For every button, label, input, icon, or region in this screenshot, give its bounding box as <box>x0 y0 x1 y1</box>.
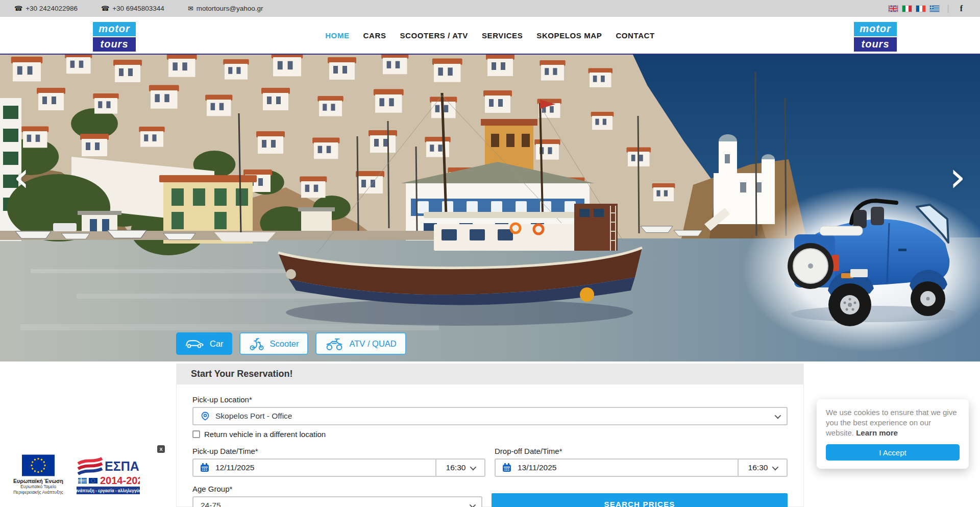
location-pin-icon <box>201 412 210 421</box>
hero-carousel: ‹ › <box>0 55 980 361</box>
calendar-icon <box>200 463 210 473</box>
email-address: motortours@yahoo.gr <box>197 5 263 12</box>
tab-label: ATV / QUAD <box>349 339 396 349</box>
return-different-checkbox[interactable] <box>192 430 200 438</box>
close-icon[interactable]: X <box>157 445 165 453</box>
dropoff-datetime-input: 13/11/2025 16:30 <box>495 458 788 477</box>
nav-item-services[interactable]: SERVICES <box>482 31 523 40</box>
dropoff-datetime-group: Drop-off Date/Time* 13/11/2025 <box>495 447 788 477</box>
tab-label: Car <box>210 339 224 349</box>
language-switcher: f <box>889 4 966 13</box>
funding-banner: X Ευρωπαϊκή Ένωση Ευρωπαϊκό Ταμείο Περιφ… <box>0 442 171 507</box>
tab-car[interactable]: Car <box>176 332 232 355</box>
espa-tagline: ανάπτυξη - εργασία - αλληλεγγύη <box>77 489 140 493</box>
reservation-panel: Start Your Reservation! Pick-up Location… <box>176 364 804 507</box>
flag-uk-icon[interactable] <box>889 6 898 12</box>
age-group-select[interactable]: 24-75 <box>192 496 482 507</box>
flag-france-icon[interactable] <box>916 6 925 12</box>
dropoff-time-value: 16:30 <box>748 463 768 472</box>
flag-italy-icon[interactable] <box>902 6 912 12</box>
phone-link-1[interactable]: ☎ +30 2424022986 <box>14 5 78 12</box>
phone-number-2: +30 6945803344 <box>112 5 164 12</box>
pickup-time-value: 16:30 <box>446 463 466 472</box>
cookie-message: We use cookies to ensure that we give yo… <box>826 407 960 438</box>
topbar-divider <box>948 5 948 13</box>
scooter-icon <box>249 337 264 351</box>
tab-scooter[interactable]: Scooter <box>239 332 309 355</box>
eu-title: Ευρωπαϊκή Ένωση <box>6 478 70 484</box>
dropoff-date-value: 13/11/2025 <box>518 463 556 472</box>
pickup-date-value: 12/11/2025 <box>215 463 254 472</box>
contact-group: ☎ +30 2424022986 ☎ +30 6945803344 ✉ moto… <box>14 5 263 12</box>
reservation-form: Pick-up Location* Skopelos Port - Office… <box>177 384 803 507</box>
main-menu: HOME CARS SCOOTERS / ATV SERVICES SKOPEL… <box>0 17 980 54</box>
page: ☎ +30 2424022986 ☎ +30 6945803344 ✉ moto… <box>0 0 980 507</box>
logo-text-tours: tours <box>854 37 897 52</box>
return-different-row: Return vehicle in a different location <box>192 430 788 439</box>
phone-icon: ☎ <box>101 5 109 12</box>
cookie-accept-button[interactable]: I Accept <box>826 444 960 461</box>
espa-years: 2014-2020 <box>100 475 140 486</box>
espa-logo: ΕΣΠΑ 2014-2020 ανάπτυξη - εργασία - αλλη… <box>77 455 140 497</box>
pickup-location-label: Pick-up Location* <box>192 395 788 404</box>
return-different-label: Return vehicle in a different location <box>204 430 326 439</box>
pickup-datetime-group: Pick-up Date/Time* 12/11/2025 <box>192 447 485 477</box>
reservation-title: Start Your Reservation! <box>177 364 803 384</box>
pickup-date-field[interactable]: 12/11/2025 <box>193 460 435 476</box>
nav-item-skopelos-map[interactable]: SKOPELOS MAP <box>536 31 602 40</box>
chevron-down-icon <box>775 412 781 419</box>
nav-item-contact[interactable]: CONTACT <box>616 31 654 40</box>
eu-logo: Ευρωπαϊκή Ένωση Ευρωπαϊκό Ταμείο Περιφερ… <box>6 454 70 495</box>
email-link[interactable]: ✉ motortours@yahoo.gr <box>188 5 263 12</box>
age-group-value: 24-75 <box>201 501 464 507</box>
nav-item-cars[interactable]: CARS <box>363 31 386 40</box>
cookie-notice: We use cookies to ensure that we give yo… <box>817 399 969 469</box>
search-prices-button[interactable]: SEARCH PRICES <box>492 493 788 507</box>
nav-item-home[interactable]: HOME <box>325 31 349 40</box>
chevron-down-icon <box>470 464 477 470</box>
atv-icon <box>325 337 344 350</box>
carousel-next-arrow[interactable]: › <box>949 161 966 194</box>
nav-item-scooters-atv[interactable]: SCOOTERS / ATV <box>400 31 468 40</box>
tab-atv-quad[interactable]: ATV / QUAD <box>315 332 406 355</box>
cookie-learn-more-link[interactable]: Learn more <box>856 428 898 437</box>
datetime-row: Pick-up Date/Time* 12/11/2025 <box>192 447 788 477</box>
topbar: ☎ +30 2424022986 ☎ +30 6945803344 ✉ moto… <box>0 0 980 17</box>
eu-line1: Ευρωπαϊκό Ταμείο <box>6 484 70 490</box>
dropoff-date-field[interactable]: 13/11/2025 <box>496 460 738 476</box>
pickup-datetime-label: Pick-up Date/Time* <box>192 447 485 455</box>
tab-label: Scooter <box>270 339 299 349</box>
pickup-location-select[interactable]: Skopelos Port - Office <box>192 407 788 425</box>
dropoff-datetime-label: Drop-off Date/Time* <box>495 447 788 455</box>
logo-secondary: motor tours <box>854 22 897 52</box>
car-icon <box>185 338 204 349</box>
vehicle-type-tabs: Car Scooter ATV / QUAD <box>176 332 406 355</box>
facebook-icon[interactable]: f <box>957 4 966 13</box>
age-group-label: Age Group* <box>192 485 482 493</box>
hero-photo <box>0 55 980 361</box>
pickup-location-value: Skopelos Port - Office <box>215 412 769 421</box>
calendar-icon <box>502 463 512 473</box>
phone-icon: ☎ <box>14 5 22 12</box>
carousel-prev-arrow[interactable]: ‹ <box>13 161 30 194</box>
chevron-down-icon <box>772 464 779 470</box>
dropoff-time-select[interactable]: 16:30 <box>738 460 787 476</box>
age-group-group: Age Group* 24-75 <box>192 485 482 507</box>
flag-greece-icon[interactable] <box>930 6 939 12</box>
pickup-time-select[interactable]: 16:30 <box>435 460 484 476</box>
logo-text-motor: motor <box>854 22 897 36</box>
phone-number-1: +30 2424022986 <box>26 5 78 12</box>
navbar: motor tours HOME CARS SCOOTERS / ATV SER… <box>0 17 980 55</box>
pickup-datetime-input: 12/11/2025 16:30 <box>192 458 485 477</box>
espa-name: ΕΣΠΑ <box>105 459 139 473</box>
eu-line2: Περιφερειακής Ανάπτυξης <box>6 490 70 495</box>
email-icon: ✉ <box>188 5 193 12</box>
bottom-row: Age Group* 24-75 SEARCH PRICES <box>192 485 788 507</box>
eu-flag-icon <box>22 454 55 476</box>
chevron-down-icon <box>470 501 476 507</box>
phone-link-2[interactable]: ☎ +30 6945803344 <box>101 5 164 12</box>
